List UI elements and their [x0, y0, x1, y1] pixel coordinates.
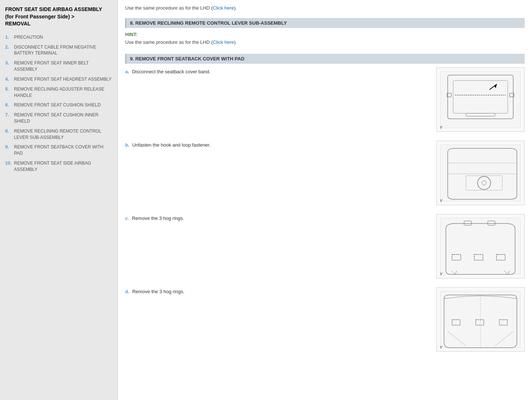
- sidebar-item-3[interactable]: 3.REMOVE FRONT SEAT INNER BELT ASSEMBLY: [5, 60, 112, 73]
- svg-text:Y: Y: [440, 345, 443, 350]
- toc-list: 1.PRECAUTION2.DISCONNECT CABLE FROM NEGA…: [5, 34, 112, 173]
- sidebar-item-num: 4.: [5, 76, 13, 83]
- sidebar-item-label: DISCONNECT CABLE FROM NEGATIVE BATTERY T…: [14, 44, 112, 57]
- svg-rect-17: [440, 218, 520, 274]
- sidebar-item-num: 3.: [5, 60, 13, 73]
- sidebar-item-label: REMOVE FRONT SEAT CUSHION INNER SHIELD: [14, 112, 112, 124]
- sidebar-item-label: REMOVE FRONT SEAT CUSHION SHIELD: [14, 102, 101, 108]
- intro-hint-text: Use the same procedure as for the LHD (: [125, 5, 213, 11]
- section-8-header: 8. REMOVE RECLINING REMOTE CONTROL LEVER…: [125, 18, 525, 28]
- step-9b-image: Y: [436, 141, 525, 205]
- sidebar-item-label: PRECAUTION: [14, 34, 43, 41]
- intro-hint: Use the same procedure as for the LHD (C…: [125, 4, 525, 12]
- step-9a-image: Y: [436, 67, 525, 132]
- page-title: FRONT SEAT SIDE AIRBAG ASSEMBLY (for Fro…: [5, 6, 112, 28]
- step-9c-image: Y: [436, 214, 525, 278]
- main-content: Use the same procedure as for the LHD (C…: [118, 0, 532, 400]
- sidebar-item-num: 6.: [5, 102, 13, 108]
- sidebar-item-4[interactable]: 4.REMOVE FRONT SEAT HEADREST ASSEMBLY: [5, 76, 112, 83]
- sidebar-item-label: REMOVE FRONT SEAT SIDE AIRBAG ASSEMBLY: [14, 160, 112, 173]
- step-9a-text: Disconnect the seatback cover band.: [132, 69, 210, 74]
- section-9: 9. REMOVE FRONT SEATBACK COVER WITH PAD …: [125, 54, 525, 352]
- sidebar-item-label: REMOVE FRONT SEATBACK COVER WITH PAD: [14, 144, 112, 157]
- svg-rect-10: [440, 145, 520, 201]
- sidebar-item-10[interactable]: 10.REMOVE FRONT SEAT SIDE AIRBAG ASSEMBL…: [5, 160, 112, 173]
- sidebar-item-1[interactable]: 1.PRECAUTION: [5, 34, 112, 41]
- step-9b-content: b. Unfasten the hook and loop fastener.: [125, 141, 429, 148]
- sidebar-item-label: REMOVE RECLINING REMOTE CONTROL LEVER SU…: [14, 128, 112, 141]
- svg-text:Y: Y: [440, 272, 443, 276]
- intro-hint-end: ).: [234, 5, 237, 11]
- svg-text:Y: Y: [440, 125, 443, 130]
- section-9-header: 9. REMOVE FRONT SEATBACK COVER WITH PAD: [125, 54, 525, 64]
- intro-hint-link[interactable]: Click here: [213, 5, 234, 11]
- sidebar-item-2[interactable]: 2.DISCONNECT CABLE FROM NEGATIVE BATTERY…: [5, 44, 112, 57]
- svg-text:Y: Y: [440, 199, 443, 203]
- sidebar-item-8[interactable]: 8.REMOVE RECLINING REMOTE CONTROL LEVER …: [5, 128, 112, 141]
- step-9d-image: Y: [436, 287, 525, 352]
- step-9c: c. Remove the 3 hog rings.: [125, 214, 525, 278]
- step-9d-content: d. Remove the 3 hog rings.: [125, 287, 429, 294]
- step-9a-content: a. Disconnect the seatback cover band.: [125, 67, 429, 74]
- section-8-hint: HINT: Use the same procedure as for the …: [125, 32, 525, 46]
- sidebar-item-num: 1.: [5, 34, 13, 41]
- step-9d: d. Remove the 3 hog rings.: [125, 287, 525, 352]
- step-9b-text: Unfasten the hook and loop fastener.: [132, 142, 211, 148]
- sidebar-item-6[interactable]: 6.REMOVE FRONT SEAT CUSHION SHIELD: [5, 102, 112, 108]
- step-9a: a. Disconnect the seatback cover band.: [125, 67, 525, 132]
- sidebar-item-5[interactable]: 5.REMOVE RECLINING ADJUSTER RELEASE HAND…: [5, 86, 112, 99]
- sidebar: FRONT SEAT SIDE AIRBAG ASSEMBLY (for Fro…: [0, 0, 118, 400]
- sidebar-item-9[interactable]: 9.REMOVE FRONT SEATBACK COVER WITH PAD: [5, 144, 112, 157]
- sidebar-item-num: 5.: [5, 86, 13, 99]
- step-9c-content: c. Remove the 3 hog rings.: [125, 214, 429, 221]
- section-8: 8. REMOVE RECLINING REMOTE CONTROL LEVER…: [125, 18, 525, 46]
- sidebar-item-num: 7.: [5, 112, 13, 124]
- step-9c-text: Remove the 3 hog rings.: [132, 215, 184, 221]
- sidebar-item-label: REMOVE FRONT SEAT INNER BELT ASSEMBLY: [14, 60, 112, 73]
- sidebar-item-num: 9.: [5, 144, 13, 157]
- step-9d-letter: d.: [125, 289, 130, 294]
- hint-link-8[interactable]: Click here: [213, 39, 234, 45]
- sidebar-item-7[interactable]: 7.REMOVE FRONT SEAT CUSHION INNER SHIELD: [5, 112, 112, 124]
- step-9c-letter: c.: [125, 215, 129, 221]
- sidebar-item-label: REMOVE FRONT SEAT HEADREST ASSEMBLY: [14, 76, 112, 83]
- hint-text-8: Use the same procedure as for the LHD (C…: [125, 38, 525, 46]
- step-9b-letter: b.: [125, 142, 130, 148]
- step-9b: b. Unfasten the hook and loop fastener.: [125, 141, 525, 205]
- svg-rect-0: [440, 71, 520, 128]
- sidebar-item-num: 10.: [5, 160, 13, 173]
- step-9d-text: Remove the 3 hog rings.: [132, 289, 184, 294]
- step-9a-letter: a.: [125, 69, 129, 74]
- sidebar-item-num: 2.: [5, 44, 13, 57]
- sidebar-item-num: 8.: [5, 128, 13, 141]
- sidebar-item-label: REMOVE RECLINING ADJUSTER RELEASE HANDLE: [14, 86, 112, 99]
- hint-label-8: HINT:: [125, 32, 525, 37]
